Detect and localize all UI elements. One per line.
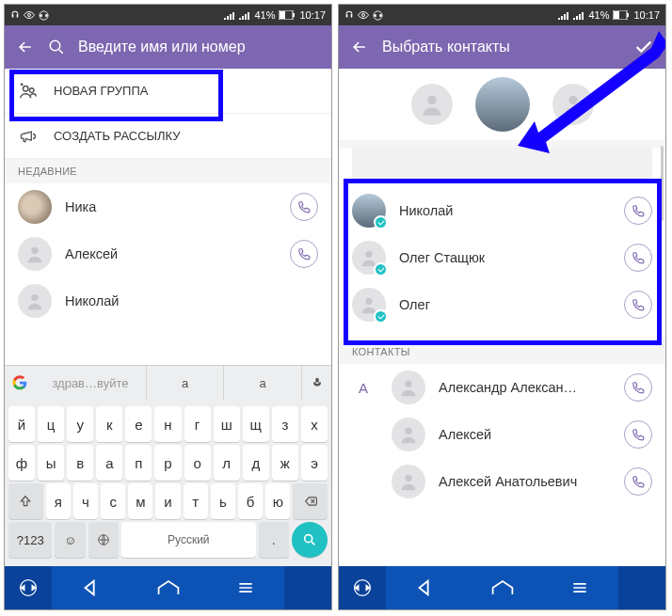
call-button[interactable] (624, 373, 652, 402)
key[interactable]: ш (214, 406, 240, 442)
svg-rect-17 (627, 13, 629, 17)
key[interactable]: ж (272, 445, 298, 481)
key[interactable]: а (96, 445, 122, 481)
nav-back[interactable] (386, 566, 464, 609)
key[interactable]: ы (38, 445, 64, 481)
key[interactable]: я (46, 483, 71, 519)
call-button[interactable] (624, 467, 652, 496)
key[interactable]: с (101, 483, 125, 519)
avatar (392, 465, 425, 498)
suggestion[interactable]: а (223, 366, 301, 400)
emoji-key[interactable]: ☺ (55, 522, 85, 558)
search-icon[interactable] (48, 39, 65, 55)
globe-key[interactable] (88, 522, 119, 558)
back-icon[interactable] (350, 38, 369, 56)
key[interactable]: т (184, 483, 208, 519)
contact-row[interactable]: Николай (339, 187, 665, 234)
suggestion[interactable]: здрав…вуйте (35, 366, 146, 400)
contact-row[interactable]: Олег (339, 281, 665, 328)
key[interactable]: х (301, 406, 328, 442)
numkey[interactable]: ?123 (8, 522, 52, 558)
key-row: йцукенгшщзх (8, 406, 328, 442)
key[interactable]: ю (265, 483, 290, 519)
contact-row[interactable]: Ника (5, 183, 331, 230)
navbar (5, 566, 331, 609)
space-key[interactable]: Русский (121, 522, 256, 558)
shift-key[interactable] (8, 483, 43, 519)
key[interactable]: н (154, 406, 181, 442)
avatar[interactable] (411, 84, 453, 125)
key[interactable]: у (67, 406, 93, 442)
key[interactable]: щ (243, 406, 269, 442)
key[interactable]: к (96, 406, 122, 442)
key[interactable]: ф (8, 445, 35, 481)
person-icon (24, 291, 45, 311)
google-icon[interactable] (5, 366, 35, 400)
key[interactable]: п (125, 445, 152, 481)
nav-recent[interactable] (207, 566, 285, 609)
back-icon[interactable] (16, 38, 35, 56)
call-button[interactable] (624, 197, 652, 225)
nav-home[interactable] (129, 566, 207, 609)
new-group-button[interactable]: НОВАЯ ГРУППА (5, 69, 331, 114)
nav-recent[interactable] (541, 566, 619, 609)
search-key[interactable] (292, 522, 328, 558)
key[interactable]: в (67, 445, 93, 481)
key[interactable]: р (154, 445, 181, 481)
search-placeholder[interactable]: Введите имя или номер (78, 39, 320, 55)
avatar (392, 418, 425, 451)
svg-rect-3 (280, 11, 285, 19)
key[interactable]: з (272, 406, 298, 442)
broadcast-button[interactable]: СОЗДАТЬ РАССЫЛКУ (5, 114, 331, 159)
battery-text: 41% (254, 9, 275, 21)
contact-name: Алексей Анатольевич (439, 474, 611, 489)
scrollbar[interactable] (661, 146, 664, 221)
phone-icon (297, 200, 311, 213)
new-group-label: НОВАЯ ГРУППА (54, 84, 148, 98)
call-button[interactable] (624, 420, 652, 449)
check-badge (374, 262, 388, 276)
keyboard[interactable]: здрав…вуйте а а йцукенгшщзх фывапролджэ … (5, 365, 331, 566)
call-button[interactable] (290, 240, 318, 268)
svg-point-20 (365, 251, 372, 258)
teamviewer-icon (353, 578, 372, 597)
mic-icon[interactable] (301, 366, 331, 400)
phone-left: 41% 10:17 Введите имя или номер НОВАЯ ГР… (4, 4, 332, 610)
key[interactable]: ц (38, 406, 64, 442)
call-button[interactable] (624, 291, 652, 319)
key[interactable]: м (128, 483, 152, 519)
key[interactable]: л (214, 445, 240, 481)
period-key[interactable]: . (259, 522, 289, 558)
nav-back[interactable] (52, 566, 130, 609)
contact-row[interactable]: Алексей (5, 230, 331, 277)
nav-teamviewer[interactable] (5, 566, 52, 609)
suggestion[interactable]: а (146, 366, 224, 400)
key[interactable]: д (243, 445, 269, 481)
svg-point-22 (405, 381, 411, 387)
key[interactable]: й (8, 406, 35, 442)
key[interactable]: э (301, 445, 328, 481)
key[interactable]: и (155, 483, 180, 519)
nav-home[interactable] (463, 566, 541, 609)
contact-name: Александр Алексан… (439, 380, 611, 395)
key[interactable]: ь (211, 483, 235, 519)
key[interactable]: б (238, 483, 263, 519)
menu-icon (570, 578, 589, 597)
backspace-key[interactable] (293, 483, 328, 519)
contact-row[interactable]: Алексей (339, 411, 665, 458)
contact-row[interactable]: Николай (5, 277, 331, 324)
call-button[interactable] (624, 244, 652, 272)
key[interactable]: е (125, 406, 152, 442)
call-button[interactable] (290, 193, 318, 221)
globe-icon (97, 533, 110, 546)
contact-row[interactable]: Алексей Анатольевич (339, 458, 665, 505)
contact-row[interactable]: А Александр Алексан… (339, 364, 665, 411)
key[interactable]: о (184, 445, 211, 481)
key[interactable]: г (184, 406, 211, 442)
key[interactable]: ч (73, 483, 98, 519)
contact-row[interactable]: Олег Стащюк (339, 234, 665, 281)
recent-list: Ника Алексей Николай (5, 183, 331, 324)
phone-icon (632, 251, 645, 264)
avatar (392, 371, 425, 404)
nav-teamviewer[interactable] (339, 566, 386, 609)
